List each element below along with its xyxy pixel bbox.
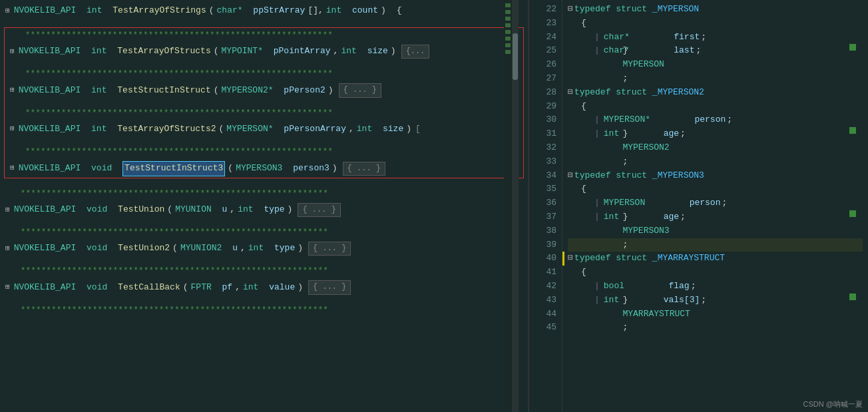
code-line-22: ⊟ typedef struct _MYPERSON <box>568 3 863 17</box>
comment-line-8: ****************************************… <box>0 264 528 279</box>
comment-line-2: ****************************************… <box>5 28 523 43</box>
line-num-38: 38 <box>529 224 562 238</box>
marker-42 <box>849 294 856 300</box>
line-num-25: 25 <box>529 44 562 58</box>
line-num-33: 33 <box>529 155 562 169</box>
spacer <box>0 257 528 264</box>
fn-name-2: TestArrayOfStructs <box>117 45 210 59</box>
line-num-45: 45 <box>529 321 562 335</box>
function-line-3: ⊞ NVOKELIB_API int TestStructInStruct ( … <box>5 82 523 99</box>
code-line-28: ⊟ typedef struct _MYPERSON2 <box>568 86 863 100</box>
line-num-26: 26 <box>529 58 562 72</box>
minimap <box>504 0 512 412</box>
comment-line-4: ****************************************… <box>5 106 523 121</box>
collapse-icon-34[interactable]: ⊟ <box>568 169 573 183</box>
minimap-marker <box>505 17 511 21</box>
scrollbar[interactable] <box>512 0 519 412</box>
fn-name-6: TestUnion <box>118 203 164 217</box>
spacer <box>0 218 528 225</box>
minimap-marker <box>505 43 511 47</box>
line-num-39: 39 <box>529 238 562 252</box>
code-line-26: } MYPERSON ; <box>568 58 863 72</box>
expand-btn-3[interactable]: ⊞ <box>10 85 15 97</box>
minimap-marker <box>505 23 511 27</box>
fn-name-7: TestUnion2 <box>118 242 170 256</box>
line-num-31: 31 <box>529 127 562 141</box>
spacer <box>5 99 523 106</box>
collapsed-body-2: {... <box>401 45 430 59</box>
comment-line-9: ****************************************… <box>0 303 528 318</box>
api-kw-1: NVOKELIB_API <box>14 4 77 18</box>
collapsed-body-7: { ... } <box>308 242 351 256</box>
left-code-panel: ⊞ NVOKELIB_API int TestArrayOfStrings ( … <box>0 0 529 412</box>
expand-btn-6[interactable]: ⊞ <box>5 204 10 216</box>
minimap-marker <box>505 10 511 14</box>
spacer <box>0 180 528 186</box>
collapse-icon-28[interactable]: ⊟ <box>568 86 573 100</box>
line-num-30: 30 <box>529 113 562 127</box>
fn-name-4: TestArrayOfStructs2 <box>117 122 216 136</box>
ret-type-1: int <box>87 4 102 18</box>
line-num-28: 28 <box>529 86 562 100</box>
marker-30 <box>849 127 856 134</box>
marker-24 <box>849 44 856 51</box>
line-num-29: 29 <box>529 100 562 114</box>
fn-name-5-highlighted: TestStructInStruct3 <box>122 161 225 176</box>
spacer <box>5 60 523 67</box>
spacer <box>0 296 528 303</box>
line-num-42: 42 <box>529 280 562 294</box>
marker-36 <box>849 210 856 217</box>
collapsed-body-6: { ... } <box>298 203 340 217</box>
line-num-37: 37 <box>529 210 562 224</box>
expand-btn-5[interactable]: ⊞ <box>10 162 15 174</box>
minimap-marker <box>505 30 511 34</box>
collapse-icon-22[interactable]: ⊟ <box>568 3 573 17</box>
function-line-6: ⊞ NVOKELIB_API void TestUnion ( MYUNION … <box>0 202 528 218</box>
function-line-2: ⊞ NVOKELIB_API int TestArrayOfStructs ( … <box>5 43 523 60</box>
line-numbers: 22 23 24 25 26 27 28 29 30 31 32 33 34 3… <box>529 0 562 412</box>
line-num-36: 36 <box>529 196 562 210</box>
expand-btn-2[interactable]: ⊞ <box>10 46 15 58</box>
code-line-38: } MYPERSON3 ; <box>568 224 863 238</box>
line-num-24: 24 <box>529 31 562 45</box>
function-line-7: ⊞ NVOKELIB_API void TestUnion2 ( MYUNION… <box>0 240 528 257</box>
function-line-5: ⊞ NVOKELIB_API void TestStructInStruct3 … <box>5 160 523 178</box>
line-num-27: 27 <box>529 72 562 86</box>
collapsed-body-3: { ... } <box>339 83 381 97</box>
line-num-44: 44 <box>529 308 562 321</box>
comment-line-3: ****************************************… <box>5 67 523 82</box>
expand-btn-4[interactable]: ⊞ <box>10 123 15 135</box>
current-line-indicator <box>562 252 564 266</box>
function-line-4: ⊞ NVOKELIB_API int TestArrayOfStructs2 (… <box>5 121 523 138</box>
spacer <box>0 19 528 26</box>
scrollbar-thumb[interactable] <box>513 33 518 80</box>
comment-line-7: ****************************************… <box>0 225 528 240</box>
code-line-44: } MYARRAYSTRUCT ; <box>568 308 863 321</box>
line-num-22: 22 <box>529 3 562 17</box>
fn-name-3: TestStructInStruct <box>117 84 210 98</box>
function-line-1: ⊞ NVOKELIB_API int TestArrayOfStrings ( … <box>0 3 528 19</box>
line-num-32: 32 <box>529 141 562 155</box>
comment-line-6: ****************************************… <box>0 186 528 202</box>
minimap-marker <box>505 37 511 41</box>
line-num-40: 40 <box>529 252 562 266</box>
line-num-43: 43 <box>529 294 562 308</box>
function-line-8: ⊞ NVOKELIB_API void TestCallBack ( FPTR … <box>0 279 528 296</box>
right-code-content: ⊟ typedef struct _MYPERSON { | char* fir… <box>562 0 868 412</box>
code-line-40: ⊟ typedef struct _MYARRAYSTRUCT <box>568 252 863 266</box>
code-area: ⊞ NVOKELIB_API int TestArrayOfStrings ( … <box>0 0 528 321</box>
spacer <box>5 138 523 144</box>
watermark: CSDN @呐喊一夏 <box>803 399 863 409</box>
code-line-34: ⊟ typedef struct _MYPERSON3 <box>568 169 863 183</box>
comment-line-5: ****************************************… <box>5 144 523 160</box>
expand-btn-7[interactable]: ⊞ <box>5 243 10 255</box>
code-line-32: } MYPERSON2 ; <box>568 141 863 155</box>
expand-btn-8[interactable]: ⊞ <box>5 282 10 294</box>
collapse-icon-40[interactable]: ⊟ <box>568 252 573 266</box>
collapsed-body-8: { ... } <box>308 280 351 294</box>
fn-name-8: TestCallBack <box>118 281 180 295</box>
line-num-35: 35 <box>529 182 562 196</box>
minimap-marker <box>505 3 511 7</box>
expand-btn-1[interactable]: ⊞ <box>5 5 10 17</box>
collapsed-body-5: { ... } <box>343 162 385 176</box>
